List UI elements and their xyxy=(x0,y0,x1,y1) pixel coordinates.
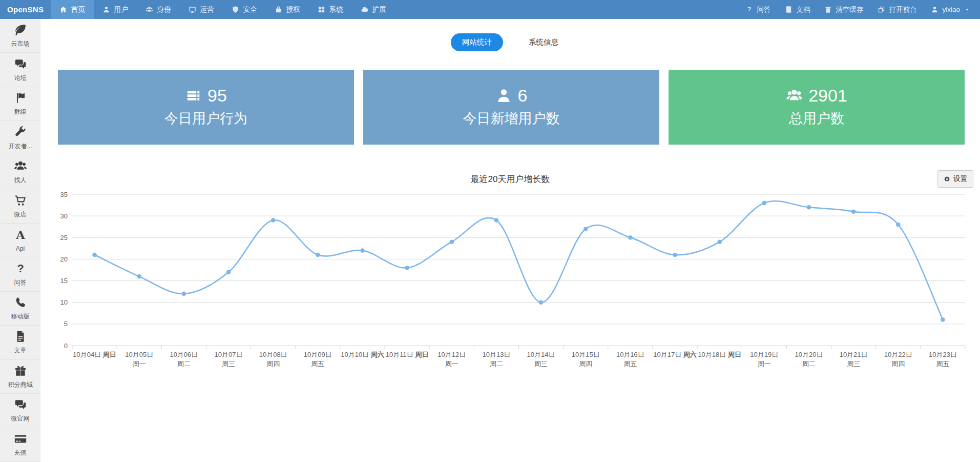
chart-axis-label: 0 xyxy=(64,342,68,350)
chart-axis-label: 周二 xyxy=(177,360,191,368)
user-icon xyxy=(931,6,939,13)
sidebar-item-mobile[interactable]: 移动版 xyxy=(0,292,40,326)
home-icon xyxy=(59,6,67,13)
chart-axis-label: 周五 xyxy=(623,360,637,368)
data-point-marker[interactable] xyxy=(583,227,588,231)
stat-card-value: 2901 xyxy=(808,87,847,104)
trash-icon xyxy=(824,6,832,13)
brand-logo[interactable]: OpenSNS xyxy=(0,0,51,19)
data-point-marker[interactable] xyxy=(226,270,231,274)
nav-item-security[interactable]: 安全 xyxy=(223,0,266,19)
nav-item-users[interactable]: 用户 xyxy=(94,0,137,19)
data-point-marker[interactable] xyxy=(92,253,97,257)
caret-down-icon xyxy=(965,7,970,12)
chart-axis-label: 10月08日 xyxy=(259,351,287,358)
sidebar-item-api[interactable]: AApi xyxy=(0,224,40,257)
nav-item-home[interactable]: 首页 xyxy=(51,0,94,19)
data-point-marker[interactable] xyxy=(717,239,722,244)
main-content: 网站统计 系统信息 95今日用户行为6今日新增用户数2901总用户数 最近20天… xyxy=(40,19,980,373)
sidebar-item-cloud-market[interactable]: 云市场 xyxy=(0,19,40,53)
chart-x-label: 10月17日 周六 xyxy=(653,351,697,358)
chart-axis-label: 10月13日 xyxy=(482,351,510,358)
data-point-marker[interactable] xyxy=(137,274,141,279)
user-growth-line xyxy=(95,201,943,319)
nav-item-label: 安全 xyxy=(243,5,257,14)
chart-axis-label: 10月23日 xyxy=(929,351,957,358)
nav-item-docs[interactable]: 文档 xyxy=(778,0,817,19)
leaf-icon xyxy=(14,23,27,36)
user-icon xyxy=(495,87,512,104)
stat-card-value-row: 95 xyxy=(185,87,227,104)
sidebar-item-label: 微店 xyxy=(14,210,27,219)
nav-item-extension[interactable]: 扩展 xyxy=(352,0,395,19)
data-point-marker[interactable] xyxy=(271,218,276,223)
svg-text:A: A xyxy=(15,229,25,242)
chart-axis-label: 周五 xyxy=(311,360,324,368)
svg-text:?: ? xyxy=(17,262,24,275)
nav-item-qa[interactable]: ?问答 xyxy=(738,0,778,19)
stat-card-value-row: 6 xyxy=(495,87,528,104)
sidebar-item-weidian[interactable]: 微店 xyxy=(0,189,40,223)
data-point-marker[interactable] xyxy=(807,205,811,210)
stat-card-label: 今日用户行为 xyxy=(164,109,247,128)
sidebar-item-label: 文章 xyxy=(14,346,27,355)
chart-axis-label: 10月16日 xyxy=(616,351,644,358)
nav-item-user-menu[interactable]: yixiao xyxy=(924,0,977,19)
card-icon xyxy=(14,432,27,446)
chart-axis-label: 30 xyxy=(60,212,68,220)
data-point-marker[interactable] xyxy=(316,253,320,257)
chart-axis-label: 周三 xyxy=(534,360,548,368)
nav-item-label: 身份 xyxy=(157,5,171,14)
user-icon xyxy=(102,6,110,13)
main-menu: 首页用户身份运营安全授权系统扩展 xyxy=(51,0,395,19)
chart-axis-label: 35 xyxy=(60,191,68,198)
nav-item-label: 首页 xyxy=(71,5,85,14)
sidebar-item-group[interactable]: 群组 xyxy=(0,87,40,121)
nav-item-system[interactable]: 系统 xyxy=(309,0,352,19)
chart-axis-label: 10月05日 xyxy=(125,351,153,358)
users-icon xyxy=(14,159,27,173)
chart-settings-button[interactable]: 设置 xyxy=(937,170,973,188)
comments-icon xyxy=(14,57,27,71)
chart-axis-label: 周一 xyxy=(758,360,771,368)
sidebar-item-weiguanwang[interactable]: 微官网 xyxy=(0,394,40,428)
sidebar-item-article[interactable]: 文章 xyxy=(0,326,40,359)
data-point-marker[interactable] xyxy=(405,266,409,270)
nav-item-label: 扩展 xyxy=(372,5,386,14)
data-point-marker[interactable] xyxy=(182,292,186,296)
data-point-marker[interactable] xyxy=(762,201,767,206)
data-point-marker[interactable] xyxy=(673,253,677,257)
sidebar-item-label: 云市场 xyxy=(11,39,30,48)
sidebar-item-qa[interactable]: ?问答 xyxy=(0,257,40,291)
data-point-marker[interactable] xyxy=(360,248,365,253)
nav-item-operation[interactable]: 运营 xyxy=(180,0,223,19)
chart-axis-label: 10月12日 xyxy=(437,351,466,358)
tab-system-info[interactable]: 系统信息 xyxy=(517,33,570,51)
nav-item-open-front[interactable]: 打开前台 xyxy=(870,0,924,19)
sidebar-item-label: 论坛 xyxy=(14,74,27,83)
data-point-marker[interactable] xyxy=(539,300,544,305)
nav-item-clear-cache[interactable]: 清空缓存 xyxy=(817,0,870,19)
sidebar-item-developer[interactable]: 开发者... xyxy=(0,121,40,155)
sidebar-item-forum[interactable]: 论坛 xyxy=(0,53,40,87)
data-point-marker[interactable] xyxy=(851,209,856,214)
cart-icon xyxy=(14,194,27,207)
data-point-marker[interactable] xyxy=(896,223,901,227)
chart-x-label: 10月10日 周六 xyxy=(341,351,384,358)
data-point-marker[interactable] xyxy=(494,218,499,223)
data-point-marker[interactable] xyxy=(941,317,945,322)
sidebar-item-find-people[interactable]: 找人 xyxy=(0,155,40,189)
chart-axis-label: 周一 xyxy=(133,360,146,368)
sidebar-item-points-mall[interactable]: 积分商城 xyxy=(0,360,40,394)
sidebar-item-recharge[interactable]: 充值 xyxy=(0,428,40,462)
chart-axis-label: 周二 xyxy=(490,360,503,368)
nav-item-identity[interactable]: 身份 xyxy=(137,0,180,19)
flag-icon xyxy=(14,91,27,105)
chart-axis-label: 周五 xyxy=(936,360,949,368)
data-point-marker[interactable] xyxy=(449,239,454,244)
tab-site-stats[interactable]: 网站统计 xyxy=(451,33,503,51)
chart-axis-label: 10月20日 xyxy=(795,351,823,358)
data-point-marker[interactable] xyxy=(628,235,633,240)
nav-item-label: 文档 xyxy=(796,5,810,14)
nav-item-authorize[interactable]: 授权 xyxy=(266,0,309,19)
